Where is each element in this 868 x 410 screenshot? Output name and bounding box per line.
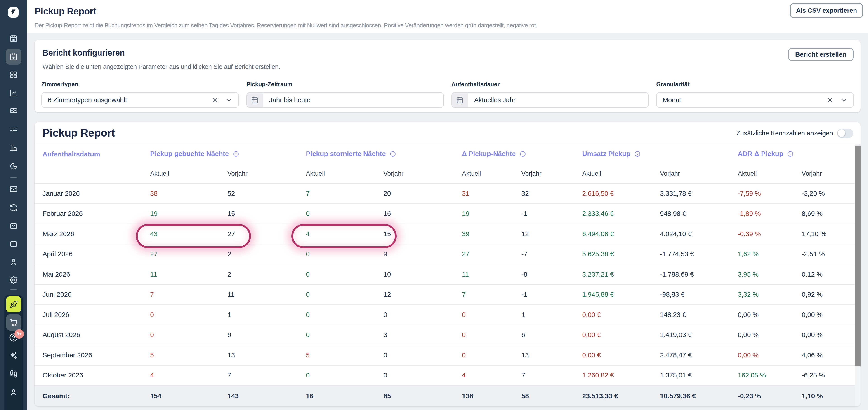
field-aufenthaltsdauer: Aufenthaltsdauer Aktuelles Jahr: [452, 80, 649, 108]
report-table: Aufenthaltsdatum Pickup gebuchte Nächte …: [35, 144, 861, 406]
report-card-head: Pickup Report Zusätzliche Kennzahlen anz…: [35, 122, 861, 144]
config-desc: Wählen Sie die unten angezeigten Paramet…: [42, 62, 280, 71]
nav-settings-sliders: [0, 126, 27, 133]
nav-cart[interactable]: [6, 314, 21, 331]
page-header: Pickup Report Der Pickup-Report zeigt di…: [27, 0, 868, 33]
nav-mail: [0, 185, 27, 193]
export-csv[interactable]: Als CSV exportieren: [790, 3, 863, 18]
sidebar: 9+: [0, 0, 27, 410]
nav-sync: [0, 204, 27, 211]
nav-apps: [0, 71, 27, 78]
nav-ai: [0, 351, 27, 360]
highlight-oval-2: [291, 224, 397, 248]
field-granularitaet: Granularität Monat: [656, 80, 854, 108]
config-title: Bericht konfigurieren: [42, 47, 125, 59]
scrollbar-thumb: [855, 146, 861, 367]
nav-bag: [0, 222, 27, 230]
page-title: Pickup Report: [35, 5, 96, 18]
nav-payments: [0, 107, 27, 114]
report-card: Pickup Report Zusätzliche Kennzahlen anz…: [35, 122, 861, 406]
logo: [8, 7, 19, 18]
pickup-report: 9+ Pickup Report Der Pickup-Report zeigt…: [0, 0, 868, 410]
highlight-oval-1: [136, 224, 251, 248]
nav-pickup: [0, 53, 27, 61]
field-pickup-zeitraum: Pickup-Zeitraum Jahr bis heute: [246, 80, 444, 108]
page-subtitle: Der Pickup-Report zeigt die Buchungstren…: [35, 21, 537, 30]
config-card: Bericht konfigurieren Wählen Sie die unt…: [35, 40, 861, 112]
create-report[interactable]: Bericht erstellen: [788, 48, 854, 61]
help-badge: 9+: [14, 329, 24, 339]
nav-property: [0, 144, 27, 151]
nav-wallet: [0, 240, 27, 248]
nav-analytics: [0, 89, 27, 97]
nav-profile: [0, 388, 27, 396]
nav-footprints: [0, 370, 27, 378]
extra-metrics-toggle: Zusätzliche Kennzahlen anzeigen: [737, 122, 853, 144]
nav-user: [0, 258, 27, 266]
nav-calendar: [0, 35, 27, 42]
nav-night: [0, 162, 27, 170]
field-zimmertypen: Zimmertypen 6 Zimmertypen ausgewählt: [41, 80, 239, 108]
nav-settings: [0, 276, 27, 284]
nav-rocket[interactable]: [6, 296, 21, 312]
